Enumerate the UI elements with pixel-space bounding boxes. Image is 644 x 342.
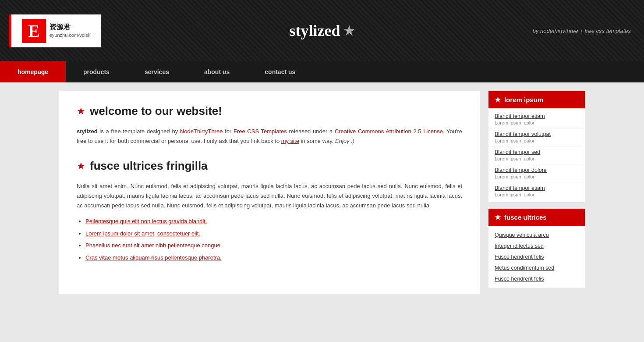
- intro-bold: stylized: [77, 128, 98, 135]
- sidebar-item: Blandit tempor volutpat Lorem ipsum dolo…: [488, 128, 585, 146]
- sidebar-link-item: Fusce hendrerit felis: [488, 251, 585, 262]
- title-star-icon: ★: [343, 24, 354, 38]
- sidebar-item: Blandit tempor etiam Lorem ipsum dolor: [488, 110, 585, 128]
- sidebar-link-5[interactable]: Blandit tempor etiam: [495, 185, 579, 191]
- nav-services[interactable]: services: [127, 61, 187, 82]
- sidebar-sub-4: Lorem ipsum dolor: [495, 174, 579, 179]
- section2-heading: fusce ultrices fringilla: [90, 159, 208, 173]
- logo[interactable]: E 资源君 eyunzhu.com/vdisk: [9, 14, 101, 47]
- section1-heading: welcome to our website!: [90, 104, 222, 118]
- list-link-1[interactable]: Pellentesque quis elit non lectus gravid…: [85, 218, 207, 224]
- list-item: Lorem ipsum dolor sit amet, consectetuer…: [85, 229, 462, 238]
- sidebar-box1-items: Blandit tempor etiam Lorem ipsum dolor B…: [488, 108, 585, 202]
- sidebar-link-item: Metus condimentum sed: [488, 262, 585, 273]
- list-item: Cras vitae metus aliquam risus pellentes…: [85, 253, 462, 262]
- section2-paragraph: Nulla sit amet enim. Nunc euismod, felis…: [77, 182, 462, 210]
- sidebar-box2-link-1[interactable]: Quisque vehicula arcu: [495, 232, 549, 238]
- list-link-2[interactable]: Lorem ipsum dolor sit amet, consectetuer…: [85, 230, 200, 237]
- sidebar-box1-header: ★ lorem ipsum: [488, 91, 585, 108]
- sidebar-box1-title: lorem ipsum: [504, 96, 543, 103]
- sidebar-star2-icon: ★: [495, 213, 501, 221]
- sidebar-box2-link-5[interactable]: Fusce hendrerit felis: [495, 276, 544, 282]
- tagline: by nodethirtythree + free css templates: [533, 28, 631, 34]
- sidebar-box2-link-2[interactable]: Integer id lectus sed: [495, 243, 544, 249]
- sidebar-link-3[interactable]: Blandit tempor sed: [495, 149, 579, 155]
- section2-star-icon: ★: [77, 160, 85, 172]
- intro-link-nodethirtythree[interactable]: NodeThirtyThree: [180, 128, 223, 135]
- list-item: Phasellus nec erat sit amet nibh pellent…: [85, 241, 462, 250]
- section1-intro: stylized is a free template designed by …: [77, 127, 462, 146]
- page-wrapper: ★ welcome to our website! stylized is a …: [59, 82, 585, 303]
- logo-letter: E: [22, 19, 46, 43]
- site-header: E 资源君 eyunzhu.com/vdisk stylized ★ by no…: [0, 0, 644, 61]
- sidebar-box2-title: fusce ultrices: [504, 214, 547, 221]
- sidebar-box2-link-4[interactable]: Metus condimentum sed: [495, 265, 554, 271]
- sidebar-item: Blandit tempor dolore Lorem ipsum dolor: [488, 164, 585, 182]
- sidebar-sub-5: Lorem ipsum dolor: [495, 192, 579, 197]
- logo-url: eyunzhu.com/vdisk: [50, 32, 91, 38]
- nav-homepage[interactable]: homepage: [0, 61, 66, 82]
- sidebar: ★ lorem ipsum Blandit tempor etiam Lorem…: [488, 91, 585, 294]
- sidebar-box2-header: ★ fusce ultrices: [488, 209, 585, 226]
- intro-link-freecss[interactable]: Free CSS Templates: [234, 128, 287, 135]
- sidebar-link-item: Integer id lectus sed: [488, 240, 585, 251]
- intro-link-license[interactable]: Creative Commons Attribution 2.5 License: [335, 128, 443, 135]
- sidebar-link-item: Quisque vehicula arcu: [488, 229, 585, 240]
- section1-heading-block: ★ welcome to our website!: [77, 104, 462, 118]
- sidebar-box2-link-3[interactable]: Fusce hendrerit felis: [495, 254, 544, 260]
- site-title: stylized ★: [290, 21, 355, 40]
- main-content: ★ welcome to our website! stylized is a …: [59, 91, 480, 294]
- nav-about[interactable]: about us: [187, 61, 247, 82]
- sidebar-sub-3: Lorem ipsum dolor: [495, 156, 579, 161]
- list-link-3[interactable]: Phasellus nec erat sit amet nibh pellent…: [85, 242, 222, 249]
- sidebar-link-4[interactable]: Blandit tempor dolore: [495, 167, 579, 173]
- list-item: Pellentesque quis elit non lectus gravid…: [85, 217, 462, 226]
- logo-brand: 资源君: [50, 23, 91, 32]
- intro-link-mysite[interactable]: my site: [281, 138, 299, 144]
- section2-heading-block: ★ fusce ultrices fringilla: [77, 159, 462, 173]
- sidebar-link-2[interactable]: Blandit tempor volutpat: [495, 131, 579, 137]
- sidebar-item: Blandit tempor etiam Lorem ipsum dolor: [488, 182, 585, 200]
- sidebar-box-fusce: ★ fusce ultrices Quisque vehicula arcu I…: [488, 209, 585, 288]
- list-link-4[interactable]: Cras vitae metus aliquam risus pellentes…: [85, 254, 222, 261]
- sidebar-link-1[interactable]: Blandit tempor etiam: [495, 113, 579, 119]
- logo-text-block: 资源君 eyunzhu.com/vdisk: [50, 23, 91, 38]
- sidebar-link-item: Fusce hendrerit felis: [488, 273, 585, 284]
- sidebar-sub-1: Lorem ipsum dolor: [495, 120, 579, 125]
- sidebar-box2-links: Quisque vehicula arcu Integer id lectus …: [488, 226, 585, 288]
- section2-list: Pellentesque quis elit non lectus gravid…: [85, 217, 462, 262]
- main-nav: homepage products services about us cont…: [0, 61, 644, 82]
- intro-italic: Enjoy :): [335, 138, 354, 144]
- sidebar-sub-2: Lorem ipsum dolor: [495, 138, 579, 143]
- nav-contact[interactable]: contact us: [247, 61, 313, 82]
- nav-products[interactable]: products: [66, 61, 127, 82]
- sidebar-item: Blandit tempor sed Lorem ipsum dolor: [488, 146, 585, 164]
- sidebar-box-lorem: ★ lorem ipsum Blandit tempor etiam Lorem…: [488, 91, 585, 202]
- section1-star-icon: ★: [77, 106, 85, 117]
- sidebar-star-icon: ★: [495, 96, 501, 104]
